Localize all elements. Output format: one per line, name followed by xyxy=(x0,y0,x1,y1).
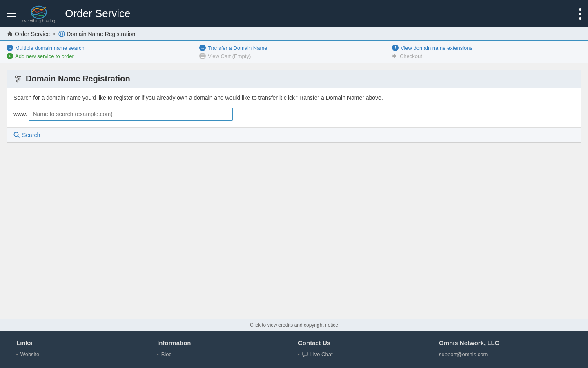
card-title: Domain Name Registration xyxy=(26,74,130,83)
plus-icon: + xyxy=(7,53,13,59)
card-header: Domain Name Registration xyxy=(7,70,581,88)
footer-info-title: Information xyxy=(157,339,290,346)
page-title: Order Service xyxy=(65,7,130,20)
logo-icon xyxy=(29,4,49,20)
footer-col-contact: Contact Us Live Chat xyxy=(298,339,431,360)
site-header: everything hosting Order Service xyxy=(0,0,588,27)
domain-search-input[interactable] xyxy=(29,108,233,121)
footer-company-title: Omnis Network, LLC xyxy=(439,339,572,346)
checkout-link: ✱ Checkout xyxy=(392,53,581,59)
logo-subtitle: everything hosting xyxy=(22,19,55,23)
view-extensions-link[interactable]: i View domain name extensions xyxy=(392,45,581,51)
sliders-icon xyxy=(13,74,22,83)
search-icon xyxy=(13,132,20,138)
svg-point-7 xyxy=(18,78,20,80)
svg-point-0 xyxy=(31,6,46,18)
chat-icon xyxy=(302,352,308,357)
logo[interactable]: everything hosting xyxy=(22,4,55,23)
footer-credits[interactable]: Click to view credits and copyright noti… xyxy=(0,319,588,331)
checkout-icon: ✱ xyxy=(392,53,397,59)
blue-arrow-icon: → xyxy=(7,45,13,51)
site-footer: Links Website Information Blog Contact U… xyxy=(0,331,588,368)
add-service-link[interactable]: + Add new service to order xyxy=(7,53,196,59)
info-icon: i xyxy=(392,45,399,51)
breadcrumb-current: Domain Name Registration xyxy=(58,31,135,37)
breadcrumb: Order Service • Domain Name Registration xyxy=(0,27,588,41)
footer-col-links: Links Website xyxy=(16,339,149,360)
svg-point-9 xyxy=(14,132,18,137)
search-button[interactable]: Search xyxy=(13,132,40,138)
svg-point-8 xyxy=(16,80,18,82)
domain-registration-card: Domain Name Registration Search for a do… xyxy=(7,70,581,143)
footer-links-title: Links xyxy=(16,339,149,346)
svg-point-6 xyxy=(16,76,18,78)
breadcrumb-separator: • xyxy=(53,31,55,37)
multiple-domain-search-link[interactable]: → Multiple domain name search xyxy=(7,45,196,51)
card-body: Search for a domain name you'd like to r… xyxy=(7,88,581,127)
svg-line-10 xyxy=(18,136,20,138)
transfer-domain-link[interactable]: → Transfer a Domain Name xyxy=(199,45,389,51)
view-cart-link: ☷ View Cart (Empty) xyxy=(199,53,389,59)
breadcrumb-home[interactable]: Order Service xyxy=(7,31,50,37)
card-description: Search for a domain name you'd like to r… xyxy=(13,94,575,101)
transfer-arrow-icon: → xyxy=(199,45,206,51)
cart-icon: ☷ xyxy=(199,53,206,59)
www-label: www. xyxy=(13,111,27,117)
main-content: Domain Name Registration Search for a do… xyxy=(0,63,588,319)
svg-rect-11 xyxy=(303,352,307,356)
card-footer: Search xyxy=(7,127,581,142)
footer-list-item[interactable]: Live Chat xyxy=(298,351,431,357)
footer-list-item[interactable]: Website xyxy=(16,351,149,357)
footer-col-company: Omnis Network, LLC support@omnis.com xyxy=(439,339,572,360)
action-bar: → Multiple domain name search → Transfer… xyxy=(0,41,588,63)
dots-menu[interactable] xyxy=(579,8,581,20)
domain-icon xyxy=(58,31,65,37)
home-icon xyxy=(7,31,13,37)
footer-col-information: Information Blog xyxy=(157,339,290,360)
footer-list-item[interactable]: Blog xyxy=(157,351,290,357)
footer-company-email: support@omnis.com xyxy=(439,351,572,357)
domain-search-row: www. xyxy=(13,108,575,121)
hamburger-menu[interactable] xyxy=(7,11,16,17)
footer-contact-title: Contact Us xyxy=(298,339,431,346)
